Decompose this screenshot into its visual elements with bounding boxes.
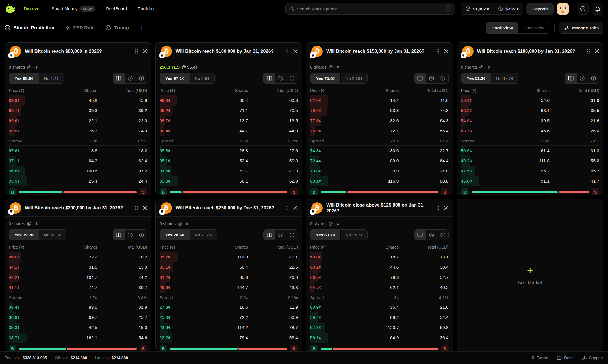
book-row[interactable]: 50.9¢61.431.3 [461, 146, 600, 156]
history-button[interactable] [275, 230, 286, 240]
book-row[interactable]: 72.4¢89.064.4 [310, 156, 449, 166]
book-row[interactable]: 77.8¢82.664.3 [310, 116, 449, 126]
orderbook-view-button[interactable] [264, 73, 275, 83]
add-tab-button[interactable]: + [140, 17, 144, 38]
nav-item-smart-money[interactable]: Smart Money SOON [51, 6, 95, 12]
orderbook-view-button[interactable] [113, 73, 124, 83]
book-view-button[interactable]: Book View [486, 22, 518, 33]
twitter-link[interactable]: X Twitter [531, 355, 548, 360]
book-row[interactable]: 25.6¢72.250.9 [160, 312, 298, 323]
book-row[interactable]: 53.7¢46.625.0 [461, 126, 600, 136]
chart-view-button[interactable]: Chart View [518, 22, 550, 33]
docs-link[interactable]: Docs [557, 355, 573, 360]
book-row[interactable]: 69.1¢116.980.8 [310, 176, 449, 186]
yes-button[interactable]: Yes 28.6¢ [160, 230, 190, 240]
book-row[interactable]: 38.4¢83.031.9 [9, 302, 147, 312]
no-button[interactable]: No 1.4¢ [39, 73, 64, 83]
book-row[interactable]: 60.9¢35.421.6 [310, 302, 449, 312]
book-row[interactable]: 46.0¢22.210.2 [9, 252, 147, 262]
book-row[interactable]: 58.4¢54.631.9 [461, 95, 600, 106]
nav-item-portfolio[interactable]: Portfolio [138, 6, 154, 11]
book-row[interactable]: 99.9¢45.845.8 [9, 95, 147, 106]
book-row[interactable]: 56.2¢63.135.5 [461, 106, 600, 116]
yes-button[interactable]: Yes 63.7¢ [310, 230, 340, 240]
support-link[interactable]: ? Support [582, 355, 603, 360]
drag-handle-icon[interactable] [135, 49, 138, 54]
close-icon[interactable] [293, 49, 298, 54]
help-button[interactable]: ? [577, 3, 589, 15]
book-row[interactable]: 99.7¢39.339.2 [9, 106, 147, 116]
notifications-button[interactable] [592, 3, 603, 15]
yes-button[interactable]: Yes 39.7¢ [9, 230, 39, 240]
book-row[interactable]: 99.2¢71.170.5 [160, 106, 298, 116]
book-row[interactable]: 64.7¢62.140.2 [310, 282, 449, 293]
history-button[interactable] [124, 73, 136, 83]
book-row[interactable]: 93.8¢66.162.0 [160, 176, 298, 186]
orderbook-view-button[interactable] [264, 230, 275, 240]
book-row[interactable]: 99.6¢22.122.0 [9, 116, 147, 126]
drag-handle-icon[interactable] [436, 49, 440, 54]
book-row[interactable]: 31.2¢85.826.8 [160, 272, 298, 282]
history-button[interactable] [124, 230, 136, 240]
yes-button[interactable]: Yes 52.3¢ [461, 73, 491, 83]
book-row[interactable]: 68.2¢44.630.4 [310, 262, 449, 272]
book-row[interactable]: 97.6¢18.618.2 [9, 146, 147, 156]
book-row[interactable]: 98.4¢44.744.0 [160, 126, 298, 136]
balance-pill[interactable]: $1,002.8 $ $235.1 [461, 3, 523, 15]
book-row[interactable]: 33.1¢68.422.6 [160, 262, 298, 272]
book-row[interactable]: 76.9¢72.155.4 [310, 126, 449, 136]
orderbook-view-button[interactable] [414, 230, 426, 240]
book-row[interactable]: 41.1¢74.730.7 [9, 282, 147, 293]
book-row[interactable]: 69.8¢18.713.1 [310, 252, 449, 262]
book-row[interactable]: 27.3¢16.511.9 [160, 302, 298, 312]
book-row[interactable]: 97.1¢64.362.4 [9, 156, 147, 166]
info-button[interactable] [286, 73, 298, 83]
search-bar[interactable]: / [285, 3, 455, 15]
book-row[interactable]: 79.6¢93.374.3 [310, 106, 449, 116]
history-button[interactable] [275, 73, 286, 83]
avatar[interactable] [557, 3, 569, 15]
no-button[interactable]: No 60.3¢ [39, 230, 66, 240]
deposit-button[interactable]: Deposit [526, 3, 554, 15]
drag-handle-icon[interactable] [285, 49, 289, 54]
close-icon[interactable] [594, 49, 599, 54]
no-button[interactable]: No 28.3¢ [340, 73, 368, 83]
tab-trump[interactable]: Trump [105, 17, 129, 38]
add-market-card[interactable]: + Add Market [457, 199, 604, 351]
search-input[interactable] [297, 6, 442, 11]
close-icon[interactable] [444, 49, 449, 54]
book-row[interactable]: 42.2¢104.744.2 [9, 272, 147, 282]
orderbook-view-button[interactable] [113, 230, 124, 240]
book-row[interactable]: 70.8¢33.924.0 [310, 166, 449, 176]
book-row[interactable]: 33.7¢162.154.6 [9, 333, 147, 343]
book-row[interactable]: 66.5¢79.352.7 [310, 272, 449, 282]
book-row[interactable]: 23.9¢114.278.7 [160, 323, 298, 333]
manage-tabs-button[interactable]: Manage Tabs [559, 22, 603, 34]
whale-logo[interactable] [5, 3, 16, 15]
book-row[interactable]: 29.9¢144.743.3 [160, 282, 298, 293]
drag-handle-icon[interactable] [285, 205, 289, 210]
book-row[interactable]: 99.5¢75.374.9 [9, 126, 147, 136]
no-button[interactable]: No 47.7¢ [491, 73, 518, 83]
book-row[interactable]: 99.8¢60.460.3 [160, 95, 298, 106]
close-icon[interactable] [142, 205, 147, 210]
book-row[interactable]: 59.4¢88.252.4 [310, 312, 449, 323]
history-button[interactable] [426, 73, 437, 83]
book-row[interactable]: 54.6¢39.521.6 [461, 116, 600, 126]
book-row[interactable]: 44.1¢31.613.9 [9, 262, 147, 272]
info-button[interactable] [437, 73, 448, 83]
book-row[interactable]: 98.7¢13.713.5 [160, 116, 298, 126]
book-row[interactable]: 94.5¢43.741.3 [160, 166, 298, 176]
info-button[interactable] [588, 73, 599, 83]
book-row[interactable]: 95.8¢28.827.6 [160, 146, 298, 156]
book-row[interactable]: 95.9¢25.424.4 [9, 176, 147, 186]
book-row[interactable]: 49.2¢111.855.0 [461, 156, 600, 166]
info-button[interactable] [286, 230, 298, 240]
yes-button[interactable]: Yes 97.1¢ [160, 73, 190, 83]
no-button[interactable]: No 71.4¢ [190, 230, 217, 240]
book-row[interactable]: 22.2¢79.453.4 [160, 333, 298, 343]
book-row[interactable]: 56.1¢64.936.4 [310, 333, 449, 343]
book-row[interactable]: 35.2¢114.040.1 [160, 252, 298, 262]
nav-item-reefboard[interactable]: ReefBoard [106, 6, 127, 11]
book-row[interactable]: 36.9¢69.725.7 [9, 312, 147, 323]
